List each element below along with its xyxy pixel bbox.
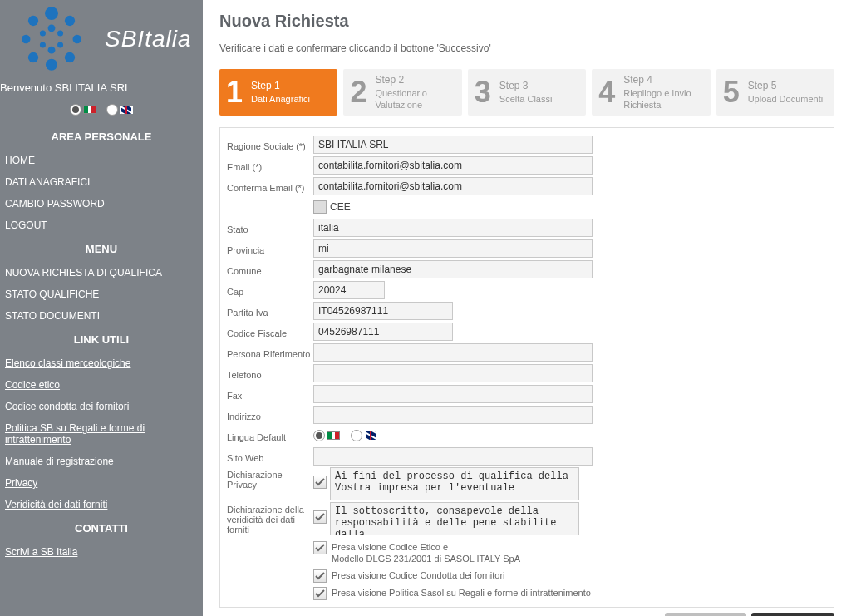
stato-input[interactable] — [313, 219, 593, 237]
step-label: Step 1 — [251, 80, 310, 93]
comune-input[interactable] — [313, 260, 593, 278]
privacy-label: Dichiarazione Privacy — [227, 467, 313, 490]
sidebar-language-picker — [0, 101, 203, 124]
step-num: 1 — [226, 77, 243, 107]
consent-regali-text: Presa visione Politica Sasol su Regali e… — [332, 586, 591, 599]
page-title: Nuova Richiesta — [219, 12, 834, 31]
provincia-input[interactable] — [313, 239, 593, 258]
cee-label: CEE — [330, 201, 351, 213]
step-label: Step 3 — [499, 80, 553, 93]
fax-input[interactable] — [313, 385, 593, 403]
ragione-input[interactable] — [313, 136, 593, 154]
sidebar-nuova-richiesta[interactable]: NUOVA RICHIESTA DI QUALIFICA — [0, 262, 203, 283]
ragione-label: Ragione Sociale (*) — [227, 139, 313, 151]
step-3[interactable]: 3 Step 3 Scelta Classi — [468, 69, 586, 116]
step-sublabel: Upload Documenti — [748, 93, 824, 105]
svg-point-0 — [45, 7, 58, 20]
section-contatti: CONTATTI — [0, 515, 203, 541]
sidebar-politica-regali[interactable]: Politica SB su Regali e forme di intratt… — [0, 417, 203, 451]
sidebar-stato-qualifiche[interactable]: STATO QUALIFICHE — [0, 283, 203, 305]
tel-input[interactable] — [313, 364, 593, 382]
sidebar-privacy[interactable]: Privacy — [0, 472, 203, 494]
main-content: Nuova Richiesta Verificare i dati e conf… — [203, 0, 851, 616]
svg-point-11 — [48, 47, 56, 54]
sidebar-codice-condotta[interactable]: Codice condotta dei fornitori — [0, 396, 203, 417]
lingua-uk-radio[interactable] — [351, 430, 362, 441]
step-label: Step 2 — [375, 74, 456, 87]
sidebar-dati-anagrafici[interactable]: DATI ANAGRAFICI — [0, 171, 203, 193]
ind-input[interactable] — [313, 406, 593, 424]
prif-label: Persona Riferimento — [227, 347, 313, 359]
email-input[interactable] — [313, 156, 593, 175]
privacy-textarea[interactable] — [330, 467, 579, 500]
step-sublabel: Scelta Classi — [499, 93, 553, 105]
svg-point-4 — [46, 59, 57, 71]
svg-point-5 — [28, 52, 38, 62]
form-anagrafica: Ragione Sociale (*) Email (*) Conferma E… — [219, 127, 834, 608]
lang-it-radio[interactable] — [70, 104, 81, 116]
sito-input[interactable] — [313, 447, 593, 466]
sidebar-manuale[interactable]: Manuale di registrazione — [0, 451, 203, 472]
consent-regali-checkbox[interactable] — [313, 587, 327, 600]
logo-icon — [7, 2, 96, 76]
comune-label: Comune — [227, 264, 313, 276]
sidebar: SBItalia Benvenuto SBI ITALIA SRL AREA P… — [0, 0, 203, 616]
privacy-checkbox[interactable] — [313, 476, 327, 489]
piva-input[interactable] — [313, 302, 453, 320]
sidebar-codice-etico[interactable]: Codice etico — [0, 374, 203, 396]
section-menu: MENU — [0, 236, 203, 262]
step-num: 2 — [350, 77, 366, 107]
cemail-input[interactable] — [313, 177, 593, 195]
consent-etico-text: Presa visione Codice Etico e Modello DLG… — [332, 540, 520, 565]
step-num: 4 — [598, 77, 615, 107]
welcome-text: Benvenuto SBI ITALIA SRL — [0, 80, 203, 101]
svg-point-7 — [28, 16, 38, 26]
sidebar-veridicita[interactable]: Veridicità dei dati forniti — [0, 494, 203, 515]
flag-it-icon — [327, 431, 340, 440]
next-button[interactable]: Successivo — [751, 613, 834, 616]
tel-label: Telefono — [227, 367, 313, 380]
stato-label: Stato — [227, 222, 313, 234]
step-label: Step 4 — [623, 74, 705, 87]
step-1[interactable]: 1 Step 1 Dati Anagrafici — [219, 69, 337, 116]
cemail-label: Conferma Email (*) — [227, 180, 313, 193]
veridicita-checkbox[interactable] — [313, 510, 327, 524]
prif-input[interactable] — [313, 343, 593, 362]
section-link-utili: LINK UTILI — [0, 327, 203, 352]
svg-point-9 — [57, 30, 63, 36]
provincia-label: Provincia — [227, 243, 313, 255]
consent-condotta-text: Presa visione Codice Condotta dei fornit… — [332, 569, 505, 581]
cf-input[interactable] — [313, 323, 453, 341]
consent-condotta-checkbox[interactable] — [313, 569, 327, 583]
sidebar-cambio-password[interactable]: CAMBIO PASSWORD — [0, 193, 203, 214]
button-row: Precedente Successivo — [219, 613, 834, 616]
flag-uk-icon — [120, 106, 133, 114]
lang-uk-radio[interactable] — [106, 104, 118, 116]
svg-point-12 — [40, 42, 46, 48]
svg-point-8 — [48, 24, 56, 32]
sidebar-home[interactable]: HOME — [0, 150, 203, 171]
cap-input[interactable] — [313, 281, 385, 299]
lingua-it-radio[interactable] — [313, 430, 325, 441]
step-2[interactable]: 2 Step 2 Questionario Valutazione — [343, 69, 461, 116]
veridicita-textarea[interactable] — [330, 502, 579, 535]
cap-label: Cap — [227, 284, 313, 297]
sidebar-elenco-classi[interactable]: Elenco classi merceologiche — [0, 352, 203, 374]
sidebar-scrivi[interactable]: Scrivi a SB Italia — [0, 541, 203, 563]
consent-etico-checkbox[interactable] — [313, 541, 327, 554]
svg-point-13 — [40, 30, 46, 36]
logo-text: SBItalia — [105, 26, 192, 52]
section-personal: AREA PERSONALE — [0, 124, 203, 150]
step-bar: 1 Step 1 Dati Anagrafici 2 Step 2 Questi… — [219, 69, 834, 116]
step-5[interactable]: 5 Step 5 Upload Documenti — [716, 69, 834, 116]
prev-button: Precedente — [665, 613, 746, 616]
logo-area: SBItalia — [0, 0, 203, 80]
cee-checkbox[interactable] — [313, 200, 327, 214]
sidebar-logout[interactable]: LOGOUT — [0, 214, 203, 236]
piva-label: Partita Iva — [227, 305, 313, 318]
svg-point-1 — [65, 16, 75, 26]
sidebar-stato-documenti[interactable]: STATO DOCUMENTI — [0, 305, 203, 327]
step-sublabel: Dati Anagrafici — [251, 93, 310, 105]
step-label: Step 5 — [748, 80, 824, 93]
step-4[interactable]: 4 Step 4 Riepilogo e Invio Richiesta — [592, 69, 710, 116]
